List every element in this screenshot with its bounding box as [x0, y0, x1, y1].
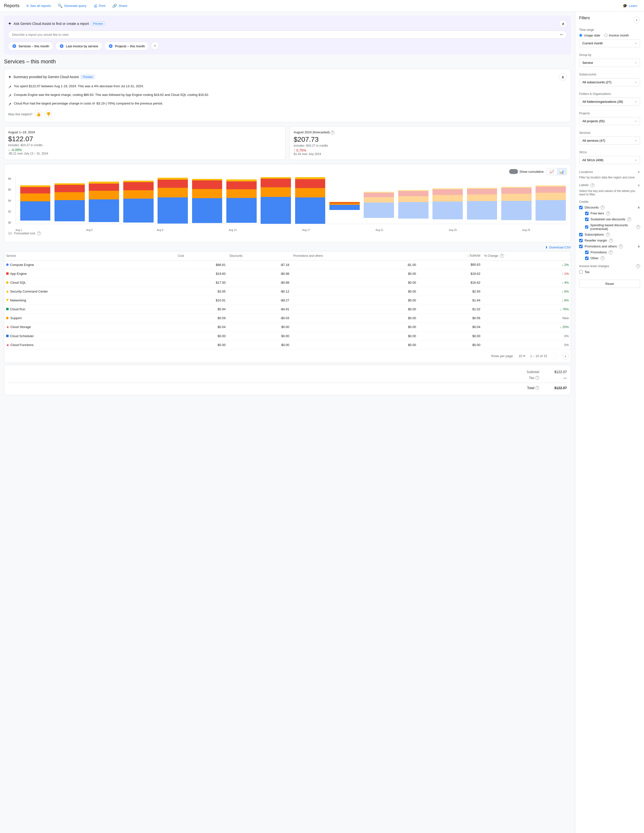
sustained-help-icon[interactable]: ? [627, 217, 631, 221]
chart-bars-wrapper [16, 177, 567, 224]
bar-chart-button[interactable]: 📊 [557, 168, 567, 175]
discounts-help-icon[interactable]: ? [601, 206, 605, 209]
total-help-icon[interactable]: ? [535, 386, 539, 390]
discounts-expand-icon[interactable]: ∧ [638, 206, 640, 209]
download-csv-button[interactable]: ⬇ Download CSV [545, 246, 571, 249]
show-cumulative-toggle[interactable]: Show cumulative [509, 169, 544, 174]
spending-checkbox[interactable] [585, 225, 588, 229]
invoice-month-radio[interactable]: Invoice month [604, 34, 629, 37]
prev-page-button[interactable]: ‹ [551, 353, 558, 360]
share-button[interactable]: 🔗 Share [109, 2, 130, 10]
summary-collapse-button[interactable]: ∧ [559, 73, 567, 81]
folders-select[interactable]: All folders/organizations (28) [579, 98, 640, 106]
skus-select[interactable]: All SKUs (408) [579, 156, 640, 164]
thumbs-down-button[interactable]: 👎 [44, 110, 52, 118]
service-name: Cloud SQL [10, 281, 26, 285]
col-header-service: Service [4, 251, 176, 261]
change-help-icon[interactable]: ? [500, 254, 504, 258]
labels-help-icon[interactable]: ? [591, 183, 594, 187]
table-row: Security Command Center$3.05-$0.12$0.00$… [4, 287, 571, 296]
other-help-icon[interactable]: ? [601, 256, 605, 260]
bar-stack[interactable] [123, 178, 154, 222]
projects-select[interactable]: All projects (55) [579, 117, 640, 125]
page-title: Services – this month [4, 58, 571, 65]
quick-report-invoice-button[interactable]: Last invoice by service [55, 42, 102, 50]
sustained-checkbox[interactable] [585, 218, 589, 221]
bar-stack[interactable] [158, 177, 188, 223]
services-select[interactable]: All services (47) [579, 137, 640, 145]
forecasted-help-icon[interactable]: ? [331, 130, 335, 135]
gemini-search-input[interactable] [12, 33, 560, 37]
labels-toggle[interactable]: Labels ? ∨ [579, 183, 640, 187]
discounts-subitems: Free tiers ? Sustained use discounts ? S… [579, 211, 640, 231]
quick-reports-next-button[interactable]: › [151, 42, 159, 50]
promotions-help-icon[interactable]: ? [619, 244, 623, 248]
forecasted-legend-help-icon[interactable]: ? [37, 232, 41, 235]
subtotal-cell: $0.00 [418, 340, 482, 349]
bar-stack[interactable] [192, 178, 222, 223]
quick-report-services-button[interactable]: Services – this month [8, 42, 53, 50]
time-range-select[interactable]: Current month [579, 39, 640, 47]
promotions-expand-icon[interactable]: ∧ [638, 244, 640, 248]
subaccounts-select[interactable]: All subaccounts (27) [579, 78, 640, 86]
free-tiers-help-icon[interactable]: ? [606, 211, 610, 215]
bar-stack[interactable] [467, 181, 497, 220]
bar-stack[interactable] [261, 177, 291, 224]
promotions-main-checkbox[interactable] [579, 245, 583, 248]
bar-stack[interactable] [433, 182, 463, 219]
reseller-checkbox[interactable] [579, 239, 583, 242]
group-by-select[interactable]: Service [579, 59, 640, 67]
generate-query-button[interactable]: 🔍 Generate query [55, 2, 89, 10]
other-checkbox[interactable] [585, 257, 589, 260]
bar-stack[interactable] [329, 191, 360, 210]
summary-item-3: ↗ Cloud Run had the largest percentage c… [8, 101, 567, 107]
cumulative-switch[interactable] [509, 169, 518, 174]
bar-stack[interactable] [89, 178, 119, 222]
service-cell: Compute Engine [4, 260, 176, 269]
service-shape-icon [6, 317, 9, 320]
invoice-charges-help-icon[interactable]: ? [636, 264, 640, 268]
reseller-help-icon[interactable]: ? [609, 238, 613, 243]
subscriptions-help-icon[interactable]: ? [606, 233, 610, 236]
tax-checkbox[interactable] [579, 270, 583, 273]
bar-stack[interactable] [20, 180, 50, 220]
gcp-logo-icon-3 [108, 44, 113, 48]
col-header-subtotal[interactable]: ↓ Subtotal [418, 251, 482, 260]
usage-date-radio[interactable]: Usage date [579, 34, 601, 37]
sidebar-collapse-button[interactable]: › [633, 16, 640, 23]
promotions-sub-help-icon[interactable]: ? [609, 250, 613, 254]
locations-toggle[interactable]: Locations ∨ [579, 170, 640, 174]
quick-report-projects-button[interactable]: Projects – this month [104, 42, 149, 50]
bar-stack[interactable] [398, 182, 428, 219]
bar-stack[interactable] [55, 179, 85, 222]
learn-button[interactable]: 🎓 Learn [620, 2, 640, 10]
bar-group [85, 177, 119, 224]
bar-segment [123, 190, 154, 199]
bar-stack[interactable] [295, 177, 325, 224]
print-button[interactable]: 🖨 Print [90, 2, 108, 10]
tax-help-icon[interactable]: ? [535, 376, 539, 380]
bar-segment [364, 203, 394, 218]
rows-per-page-select[interactable]: 10 25 50 [517, 354, 526, 358]
bar-stack[interactable] [501, 181, 531, 220]
see-all-reports-button[interactable]: ≡ See all reports [23, 2, 54, 10]
free-tiers-checkbox[interactable] [585, 212, 589, 215]
bar-stack[interactable] [364, 183, 394, 218]
bar-segment [536, 193, 566, 200]
subscriptions-checkbox[interactable] [579, 233, 583, 236]
gemini-pencil-icon: ✏ [560, 33, 563, 37]
bar-segment [89, 183, 119, 191]
spending-help-icon[interactable]: ? [636, 225, 640, 229]
gemini-collapse-button[interactable]: ∧ [559, 20, 567, 27]
next-page-button[interactable]: › [562, 353, 569, 360]
service-name: App Engine [10, 272, 27, 275]
change-cell: ↓ 2% [482, 260, 571, 269]
discounts-checkbox[interactable] [579, 206, 583, 209]
promotions-sub-checkbox[interactable] [585, 251, 589, 254]
bar-group [188, 177, 222, 224]
line-chart-button[interactable]: 📈 [547, 168, 557, 175]
bar-stack[interactable] [536, 180, 566, 220]
reset-button[interactable]: Reset [579, 280, 640, 288]
thumbs-up-button[interactable]: 👍 [34, 110, 42, 118]
bar-stack[interactable] [226, 178, 257, 223]
